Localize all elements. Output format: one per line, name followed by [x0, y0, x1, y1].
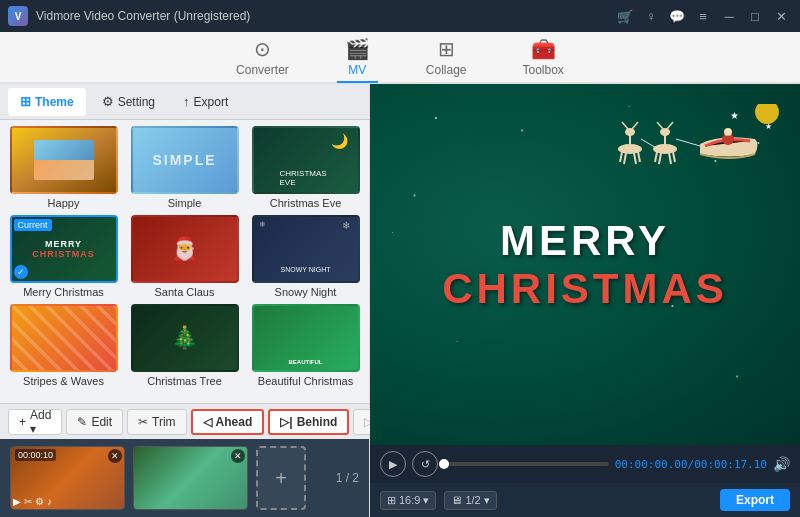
svg-line-17 — [659, 153, 661, 164]
app-title: Vidmore Video Converter (Unregistered) — [36, 9, 614, 23]
theme-christmas-eve-label: Christmas Eve — [270, 197, 342, 209]
theme-merry-christmas-label: Merry Christmas — [23, 286, 104, 298]
timeline-clip-2[interactable]: ✕ — [133, 446, 248, 510]
play-button[interactable]: ▶ — [380, 451, 406, 477]
tab-setting[interactable]: ⚙ Setting — [90, 88, 167, 116]
mv-icon: 🎬 — [345, 37, 370, 61]
top-nav: ⊙ Converter 🎬 MV ⊞ Collage 🧰 Toolbox — [0, 32, 800, 84]
theme-beautiful-christmas[interactable]: BEAUTIFUL Beautiful Christmas — [248, 304, 363, 387]
ahead-icon: ◁ — [203, 415, 212, 429]
aspect-ratio-select[interactable]: ⊞ 16:9 ▾ — [380, 491, 436, 510]
export-tab-icon: ↑ — [183, 94, 190, 109]
clip-cut-icon[interactable]: ✂ — [24, 496, 32, 507]
chat-icon[interactable]: 💬 — [666, 5, 688, 27]
main-content: ⊞ Theme ⚙ Setting ↑ Export — [0, 84, 800, 517]
cart-icon[interactable]: 🛒 — [614, 5, 636, 27]
playback-bar: ▶ ↺ 00:00:00.00/00:00:17.10 🔊 — [370, 445, 800, 483]
theme-merry-christmas[interactable]: MERRY CHRISTMAS Current ✓ Merry Christma… — [6, 215, 121, 298]
menu-icon[interactable]: ≡ — [692, 5, 714, 27]
close-button[interactable]: ✕ — [770, 5, 792, 27]
trim-button[interactable]: ✂ Trim — [127, 409, 187, 435]
page-select[interactable]: 🖥 1/2 ▾ — [444, 491, 496, 510]
trim-icon: ✂ — [138, 415, 148, 429]
theme-snowy-night[interactable]: ❄ ❄ SNOWY NIGHT Snowy Night — [248, 215, 363, 298]
nav-toolbox[interactable]: 🧰 Toolbox — [515, 33, 572, 81]
converter-icon: ⊙ — [254, 37, 271, 61]
christmas-text: CHRISTMAS — [442, 265, 728, 313]
theme-happy[interactable]: Happy — [6, 126, 121, 209]
clip-play-icon[interactable]: ▶ — [13, 496, 21, 507]
timeline: 00:00:10 ▶ ✂ ⚙ ♪ ✕ ✕ + 1 / 2 — [0, 439, 369, 517]
page-value: 1/2 — [465, 494, 480, 506]
behind-icon: ▷| — [280, 415, 292, 429]
clip-audio-icon[interactable]: ♪ — [47, 496, 52, 507]
tab-export[interactable]: ↑ Export — [171, 88, 240, 116]
theme-simple[interactable]: SIMPLE Simple — [127, 126, 242, 209]
export-tab-label: Export — [194, 95, 229, 109]
minimize-button[interactable]: ─ — [718, 5, 740, 27]
bottom-toolbar: + Add ▾ ✎ Edit ✂ Trim ◁ Ahead ▷| Behind … — [0, 403, 369, 439]
user-icon[interactable]: ♀ — [640, 5, 662, 27]
svg-line-15 — [667, 122, 673, 129]
preview-text: MERRY CHRISTMAS — [442, 217, 728, 313]
collage-label: Collage — [426, 63, 467, 77]
selected-check: ✓ — [14, 265, 28, 279]
progress-bar[interactable] — [444, 462, 609, 466]
svg-line-14 — [657, 122, 663, 129]
theme-santa-claus-label: Santa Claus — [155, 286, 215, 298]
nav-collage[interactable]: ⊞ Collage — [418, 33, 475, 81]
svg-line-9 — [634, 153, 636, 164]
current-badge: Current — [14, 219, 52, 231]
add-button[interactable]: + Add ▾ — [8, 409, 62, 435]
svg-line-10 — [638, 152, 640, 162]
preview-area: • * · • * · • * · • ★ ★ — [370, 84, 800, 445]
theme-christmas-eve[interactable]: 🌙 CHRISTMAS EVE Christmas Eve — [248, 126, 363, 209]
export-button[interactable]: Export — [720, 489, 790, 511]
ahead-label: Ahead — [216, 415, 253, 429]
ahead-button[interactable]: ◁ Ahead — [191, 409, 265, 435]
svg-line-18 — [669, 153, 671, 164]
theme-happy-label: Happy — [48, 197, 80, 209]
aspect-chevron: ▾ — [423, 494, 429, 507]
clip-settings-icon[interactable]: ⚙ — [35, 496, 44, 507]
edit-icon: ✎ — [77, 415, 87, 429]
merry-text: MERRY — [442, 217, 728, 265]
svg-line-23 — [641, 139, 658, 149]
timeline-clip-1[interactable]: 00:00:10 ▶ ✂ ⚙ ♪ ✕ — [10, 446, 125, 510]
add-clip-button[interactable]: + — [256, 446, 306, 510]
nav-mv[interactable]: 🎬 MV — [337, 33, 378, 83]
svg-text:★: ★ — [730, 110, 739, 121]
theme-beautiful-christmas-label: Beautiful Christmas — [258, 375, 353, 387]
nav-converter[interactable]: ⊙ Converter — [228, 33, 297, 81]
edit-label: Edit — [91, 415, 112, 429]
left-panel: ⊞ Theme ⚙ Setting ↑ Export — [0, 84, 370, 517]
svg-line-8 — [624, 153, 626, 164]
stop-button[interactable]: ↺ — [412, 451, 438, 477]
theme-snowy-night-label: Snowy Night — [275, 286, 337, 298]
right-panel: • * · • * · • * · • ★ ★ — [370, 84, 800, 517]
theme-tab-icon: ⊞ — [20, 94, 31, 109]
theme-stripes-waves[interactable]: Stripes & Waves — [6, 304, 121, 387]
svg-point-13 — [660, 128, 670, 136]
svg-point-21 — [724, 128, 732, 136]
controls-bar: ⊞ 16:9 ▾ 🖥 1/2 ▾ Export — [370, 483, 800, 517]
theme-christmas-tree[interactable]: 🎄 Christmas Tree — [127, 304, 242, 387]
svg-line-22 — [676, 139, 700, 146]
theme-christmas-tree-label: Christmas Tree — [147, 375, 222, 387]
aspect-ratio-value: 16:9 — [399, 494, 420, 506]
maximize-button[interactable]: □ — [744, 5, 766, 27]
svg-line-6 — [632, 122, 638, 129]
edit-button[interactable]: ✎ Edit — [66, 409, 123, 435]
behind-button[interactable]: ▷| Behind — [268, 409, 349, 435]
tab-theme[interactable]: ⊞ Theme — [8, 88, 86, 116]
svg-point-4 — [625, 128, 635, 136]
svg-line-7 — [620, 152, 622, 162]
theme-grid: Happy SIMPLE Simple � — [0, 120, 369, 403]
theme-santa-claus[interactable]: 🎅 Santa Claus — [127, 215, 242, 298]
volume-icon[interactable]: 🔊 — [773, 456, 790, 472]
add-icon: + — [19, 415, 26, 429]
svg-line-19 — [673, 152, 675, 162]
clip-close-button[interactable]: ✕ — [108, 449, 122, 463]
clip-2-close-button[interactable]: ✕ — [231, 449, 245, 463]
setting-tab-label: Setting — [118, 95, 155, 109]
